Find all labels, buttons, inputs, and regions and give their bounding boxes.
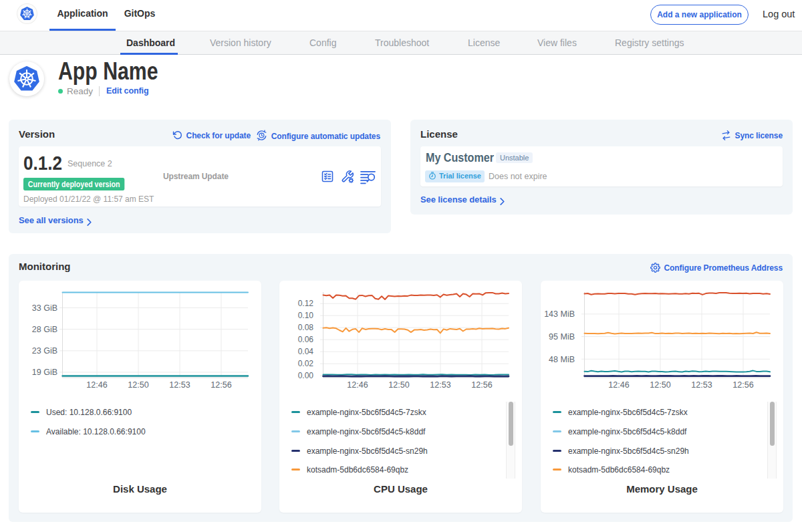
svg-text:12:53: 12:53	[169, 380, 190, 390]
svg-text:143 MiB: 143 MiB	[544, 309, 575, 319]
svg-text:12:53: 12:53	[430, 380, 450, 390]
svg-text:12:56: 12:56	[732, 380, 753, 390]
svg-text:0.06: 0.06	[298, 335, 314, 344]
svg-text:33 GiB: 33 GiB	[32, 303, 57, 313]
svg-text:0.08: 0.08	[298, 323, 314, 332]
svg-text:12:46: 12:46	[86, 380, 107, 390]
svg-text:19 GiB: 19 GiB	[32, 368, 57, 377]
svg-text:28 GiB: 28 GiB	[32, 325, 57, 334]
svg-text:0.02: 0.02	[298, 359, 314, 368]
svg-text:12:46: 12:46	[347, 380, 368, 390]
svg-text:12:50: 12:50	[388, 380, 409, 390]
svg-text:0.12: 0.12	[298, 299, 314, 308]
svg-text:0.00: 0.00	[298, 371, 314, 380]
svg-text:12:53: 12:53	[691, 380, 712, 390]
svg-text:0.10: 0.10	[298, 311, 314, 320]
svg-text:12:56: 12:56	[471, 380, 492, 390]
svg-text:12:50: 12:50	[650, 380, 670, 390]
svg-text:23 GiB: 23 GiB	[32, 346, 57, 356]
svg-text:12:50: 12:50	[128, 380, 148, 390]
svg-text:0.04: 0.04	[298, 347, 314, 356]
svg-text:48 MiB: 48 MiB	[549, 355, 575, 364]
svg-text:12:46: 12:46	[608, 380, 629, 390]
svg-text:12:56: 12:56	[211, 380, 231, 390]
svg-text:95 MiB: 95 MiB	[549, 332, 575, 342]
